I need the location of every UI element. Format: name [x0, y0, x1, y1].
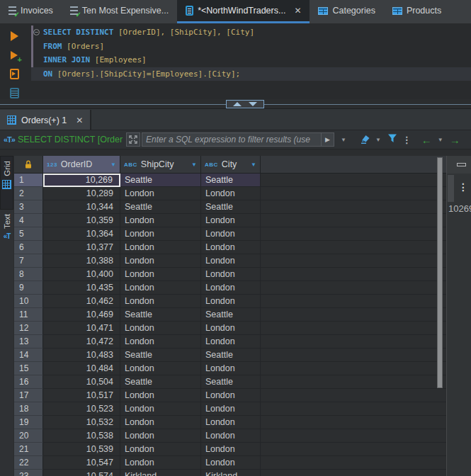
code-line-4[interactable]: ON [Orders].[ShipCity]=[Employees].[City…	[31, 67, 471, 81]
cell-city[interactable]: Seattle	[201, 308, 261, 322]
apply-filter-icon[interactable]	[321, 132, 334, 147]
cell-shipcity[interactable]: Kirkland	[120, 470, 201, 476]
cell-orderid[interactable]: 10,504	[43, 375, 120, 389]
row-number[interactable]: 22	[14, 456, 43, 470]
column-dropdown-icon[interactable]	[191, 162, 197, 168]
cell-city[interactable]: London	[201, 281, 261, 295]
cell-city[interactable]: London	[201, 241, 261, 254]
row-number[interactable]: 16	[14, 375, 43, 389]
table-row[interactable]: 1910,532LondonLondon	[14, 416, 446, 429]
table-row[interactable]: 810,400LondonLondon	[14, 268, 446, 281]
nav-dropdown-icon[interactable]	[438, 137, 443, 143]
table-row[interactable]: 2210,547LondonLondon	[14, 456, 446, 470]
cell-city[interactable]: Seattle	[201, 200, 261, 214]
row-number[interactable]: 13	[14, 335, 43, 348]
cell-city[interactable]: London	[201, 254, 261, 268]
data-grid[interactable]: 123OrderIDABCShipCityABCCity 110,269Seat…	[14, 156, 446, 476]
cell-shipcity[interactable]: London	[120, 268, 201, 281]
cell-shipcity[interactable]: London	[120, 241, 201, 254]
cell-orderid[interactable]: 10,269	[43, 174, 120, 187]
top-tab-0[interactable]: Invoices	[0, 0, 62, 23]
cell-city[interactable]: London	[201, 443, 261, 456]
collapse-down-icon[interactable]	[249, 102, 257, 106]
nav-forward-icon[interactable]	[450, 135, 460, 145]
cell-city[interactable]: Seattle	[201, 174, 261, 187]
cell-orderid[interactable]: 10,289	[43, 187, 120, 200]
cell-city[interactable]: London	[201, 429, 261, 443]
cell-orderid[interactable]: 10,532	[43, 416, 120, 429]
table-row[interactable]: 1310,472LondonLondon	[14, 335, 446, 348]
cell-orderid[interactable]: 10,469	[43, 308, 120, 322]
cell-orderid[interactable]: 10,538	[43, 429, 120, 443]
execute-script-icon[interactable]	[8, 68, 21, 80]
cell-orderid[interactable]: 10,539	[43, 443, 120, 456]
table-row[interactable]: 510,364LondonLondon	[14, 227, 446, 241]
row-number[interactable]: 4	[14, 214, 43, 227]
top-tab-4[interactable]: Products	[384, 0, 450, 23]
menu-dots-icon[interactable]	[402, 135, 412, 145]
cell-city[interactable]: Seattle	[201, 348, 261, 362]
nav-back-icon[interactable]	[421, 135, 432, 145]
cell-shipcity[interactable]: London	[120, 335, 201, 348]
code-line-1[interactable]: SELECT DISTINCT [OrderID], [ShipCity], […	[31, 26, 471, 40]
row-number[interactable]: 9	[14, 281, 43, 295]
row-number[interactable]: 20	[14, 429, 43, 443]
cell-orderid[interactable]: 10,359	[43, 214, 120, 227]
column-header-orderid[interactable]: 123OrderID	[43, 156, 120, 174]
cell-city[interactable]: London	[201, 456, 261, 470]
top-tab-3[interactable]: Categories	[310, 0, 383, 23]
table-row[interactable]: 2110,539LondonLondon	[14, 443, 446, 456]
table-row[interactable]: 1710,517LondonLondon	[14, 389, 446, 402]
table-row[interactable]: 2310,574KirklandKirkland	[14, 470, 446, 476]
cell-shipcity[interactable]: London	[120, 322, 201, 335]
code-line-2[interactable]: FROM [Orders]	[31, 40, 471, 54]
minimize-panel-icon[interactable]	[457, 163, 466, 166]
table-row[interactable]: 1010,462LondonLondon	[14, 295, 446, 308]
table-row[interactable]: 2010,538LondonLondon	[14, 429, 446, 443]
row-number[interactable]: 3	[14, 200, 43, 214]
grid-corner-cell[interactable]	[14, 156, 43, 174]
cell-shipcity[interactable]: London	[120, 227, 201, 241]
top-tab-1[interactable]: Ten Most Expensive...	[62, 0, 177, 23]
top-tab-2[interactable]: *<NorthWindTraders...	[177, 0, 310, 23]
row-number[interactable]: 11	[14, 308, 43, 322]
cell-orderid[interactable]: 10,574	[43, 470, 120, 476]
table-row[interactable]: 410,359LondonLondon	[14, 214, 446, 227]
cell-city[interactable]: London	[201, 187, 261, 200]
table-row[interactable]: 1810,523LondonLondon	[14, 402, 446, 416]
table-row[interactable]: 310,344SeattleSeattle	[14, 200, 446, 214]
side-tab-text[interactable]: Text	[0, 210, 13, 271]
cell-orderid[interactable]: 10,523	[43, 402, 120, 416]
cell-shipcity[interactable]: London	[120, 443, 201, 456]
cell-shipcity[interactable]: London	[120, 295, 201, 308]
row-number[interactable]: 19	[14, 416, 43, 429]
cell-shipcity[interactable]: Seattle	[120, 174, 201, 187]
execute-statement-icon[interactable]	[8, 30, 21, 42]
explain-plan-icon[interactable]	[8, 87, 21, 99]
cell-orderid[interactable]: 10,377	[43, 241, 120, 254]
cell-orderid[interactable]: 10,484	[43, 362, 120, 375]
vertical-scrollbar[interactable]	[437, 157, 443, 476]
cell-city[interactable]: London	[201, 268, 261, 281]
row-number[interactable]: 17	[14, 389, 43, 402]
cell-orderid[interactable]: 10,344	[43, 200, 120, 214]
cell-orderid[interactable]: 10,483	[43, 348, 120, 362]
table-row[interactable]: 910,435LondonLondon	[14, 281, 446, 295]
cell-orderid[interactable]: 10,517	[43, 389, 120, 402]
filter-type-icon[interactable]	[4, 135, 15, 144]
cell-city[interactable]: London	[201, 402, 261, 416]
row-number[interactable]: 14	[14, 348, 43, 362]
row-number[interactable]: 10	[14, 295, 43, 308]
results-tab-orders[interactable]: Orders(+) 1	[0, 110, 91, 130]
history-dropdown-icon[interactable]	[341, 137, 346, 143]
cell-city[interactable]: London	[201, 214, 261, 227]
column-header-city[interactable]: ABCCity	[201, 156, 261, 174]
expand-icon[interactable]	[126, 132, 140, 147]
row-number[interactable]: 1	[14, 174, 43, 187]
cell-city[interactable]: London	[201, 227, 261, 241]
cell-shipcity[interactable]: London	[120, 362, 201, 375]
table-row[interactable]: 1110,469SeattleSeattle	[14, 308, 446, 322]
cell-city[interactable]: London	[201, 389, 261, 402]
panel-menu-dots-icon[interactable]	[458, 181, 468, 193]
table-row[interactable]: 1210,471LondonLondon	[14, 322, 446, 335]
